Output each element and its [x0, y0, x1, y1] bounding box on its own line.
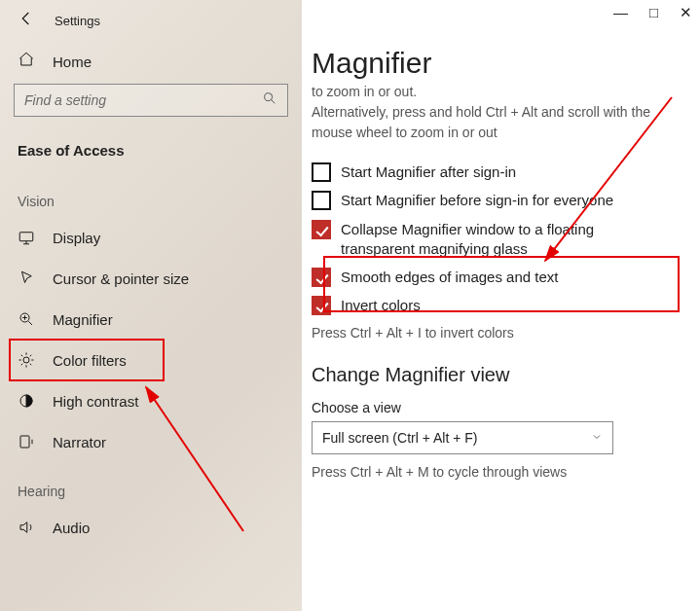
svg-line-6 [146, 387, 243, 531]
annotation-arrows [0, 0, 700, 611]
svg-line-7 [545, 97, 672, 261]
